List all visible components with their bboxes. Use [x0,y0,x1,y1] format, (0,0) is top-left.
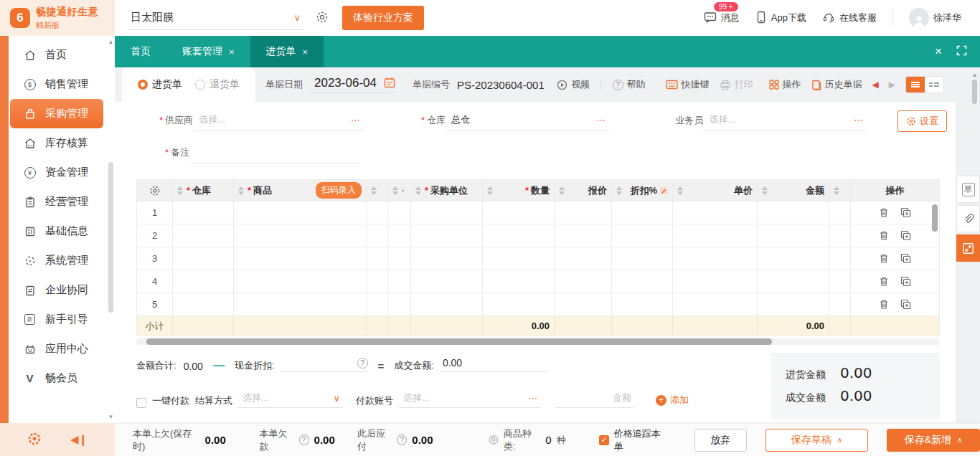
sidebar-item-sales[interactable]: $ 销售管理 [9,70,106,99]
scan-entry-button[interactable]: 扫码录入 [316,182,362,199]
sidebar-item-funds[interactable]: ¥ 资金管理 [9,158,106,187]
company-select[interactable]: 日太阳膜 ∨ [128,6,303,30]
user-menu[interactable]: 徐泽华 [909,8,961,28]
scroll-up-icon[interactable]: ▲ [108,39,114,45]
next-arrow-icon[interactable]: ▶ [889,80,895,90]
col-unit-price[interactable]: 单价 [673,180,758,201]
copy-row-icon[interactable] [900,207,911,218]
settings-gear-icon[interactable] [27,432,42,448]
col-discount[interactable]: 折扣% [612,180,673,201]
prev-arrow-icon[interactable]: ◀ [872,80,879,90]
radio-purchase-return[interactable]: 退货单 [195,78,240,91]
print-button[interactable]: 打印 [720,78,753,91]
discard-button[interactable]: 放弃 [694,429,747,452]
sidebar-item-guide[interactable]: 新 新手引导 [9,305,106,334]
question-icon[interactable]: ? [357,358,368,369]
table-row[interactable]: 1 [137,201,939,224]
help-button[interactable]: ? 帮助 [613,78,646,91]
col-quote[interactable]: 报价 [555,180,612,201]
delete-row-icon[interactable] [879,207,889,218]
scroll-up-icon[interactable]: ▲ [971,72,978,78]
collapse-sidebar-icon[interactable]: ◀❙ [70,433,88,446]
expand-panel-button[interactable] [956,234,980,262]
salesman-field[interactable]: 选择... ⋯ [703,113,867,131]
copy-row-icon[interactable] [900,276,911,287]
col-narrow-3[interactable] [829,180,851,201]
scroll-down-icon[interactable]: ▼ [108,414,114,420]
history-button[interactable]: 历史单据 [811,78,862,91]
delete-row-icon[interactable] [879,253,889,264]
sidebar-scrollbar[interactable]: ▲ ▼ [108,39,114,420]
table-scroll-thumb[interactable] [932,204,938,232]
price-track-checkbox-group[interactable]: ✓ 价格追踪本单 [599,427,667,453]
sidebar-item-apps[interactable]: 应用中心 [9,334,106,364]
sort-icon[interactable] [177,186,183,195]
supplier-field[interactable]: 选择... ⋯ [193,113,364,131]
hscroll-thumb[interactable] [146,338,772,345]
hotkeys-button[interactable]: 快捷键 [666,78,710,91]
sidebar-item-inventory[interactable]: 库存核算 [9,128,106,158]
sidebar-item-member[interactable]: V 畅会员 [9,364,106,393]
sort-icon[interactable] [834,186,839,195]
salesman-more-icon[interactable]: ⋯ [854,115,864,125]
sort-icon[interactable] [559,186,565,195]
warehouse-field[interactable]: 总仓 ⋯ [446,113,609,131]
col-purchase-unit[interactable]: *采购单位 [411,180,483,201]
save-and-new-button[interactable]: 保存&新增 ∧ [887,429,980,452]
col-product[interactable]: *商品 扫码录入 [234,180,367,201]
sort-icon[interactable] [238,186,244,195]
col-warehouse[interactable]: *仓库 [173,180,234,201]
app-download-button[interactable]: App下载 [755,11,806,26]
delete-row-icon[interactable] [879,276,889,287]
table-vertical-scrollbar[interactable] [932,204,938,312]
add-payment-button[interactable]: + 添加 [656,394,689,408]
calendar-icon[interactable] [384,77,395,90]
doc-date-field[interactable]: 2023-06-04 [310,76,397,93]
delete-row-icon[interactable] [879,230,889,241]
col-narrow-1[interactable] [367,180,388,201]
table-row[interactable]: 4 [137,270,939,293]
sidebar-item-collab[interactable]: 企业协同 [9,275,106,305]
price-track-checkbox[interactable]: ✓ [599,435,608,445]
sort-icon[interactable] [371,186,377,195]
table-row[interactable]: 3 [137,247,939,270]
col-narrow-2[interactable]: · [388,180,411,201]
column-settings-gear-icon[interactable] [137,180,173,201]
close-tab-icon[interactable]: × [229,47,235,57]
main-scroll-thumb[interactable] [972,80,977,104]
copy-row-icon[interactable] [900,253,911,264]
sort-icon[interactable] [616,186,622,195]
tab-account-books[interactable]: 账套管理 × [166,36,250,67]
warehouse-more-icon[interactable]: ⋯ [596,115,606,125]
sort-icon[interactable] [487,186,493,195]
sidebar-item-base-info[interactable]: 基础信息 [9,217,106,246]
sort-icon[interactable] [392,186,398,195]
question-icon[interactable]: ? [299,434,309,445]
grid-view-toggle[interactable] [925,77,943,92]
draft-list-button[interactable]: 草 [956,176,980,203]
delete-row-icon[interactable] [879,299,889,310]
messages-button[interactable]: 消息 99 + [704,11,740,26]
fullscreen-icon[interactable] [956,45,967,58]
sidebar-item-operations[interactable]: 经营管理 [9,187,106,217]
col-amount[interactable]: 金额 [758,180,829,201]
pay-account-more-icon[interactable]: ⋯ [528,393,538,404]
pay-amount-input[interactable]: 金额 [555,391,634,408]
sidebar-scroll-thumb[interactable] [108,162,113,313]
table-row[interactable]: 2 [137,224,939,247]
col-quantity[interactable]: *数量 [483,180,555,201]
settle-method-select[interactable]: 选择... ∨ [238,391,343,408]
pay-account-field[interactable]: 选择... ⋯ [399,391,541,408]
sidebar-item-purchase[interactable]: 采购管理 [10,99,103,128]
close-all-icon[interactable]: × [935,44,942,59]
copy-row-icon[interactable] [900,230,911,241]
sort-icon[interactable] [762,186,768,195]
actions-button[interactable]: 操作 [769,78,801,91]
attachment-button[interactable] [956,205,980,232]
supplier-more-icon[interactable]: ⋯ [351,115,361,125]
sidebar-item-system[interactable]: 系统管理 [9,246,106,275]
question-icon[interactable]: ? [397,434,407,445]
sort-icon[interactable] [677,186,683,195]
one-click-pay-checkbox[interactable] [136,398,146,408]
close-tab-icon[interactable]: × [303,47,308,57]
